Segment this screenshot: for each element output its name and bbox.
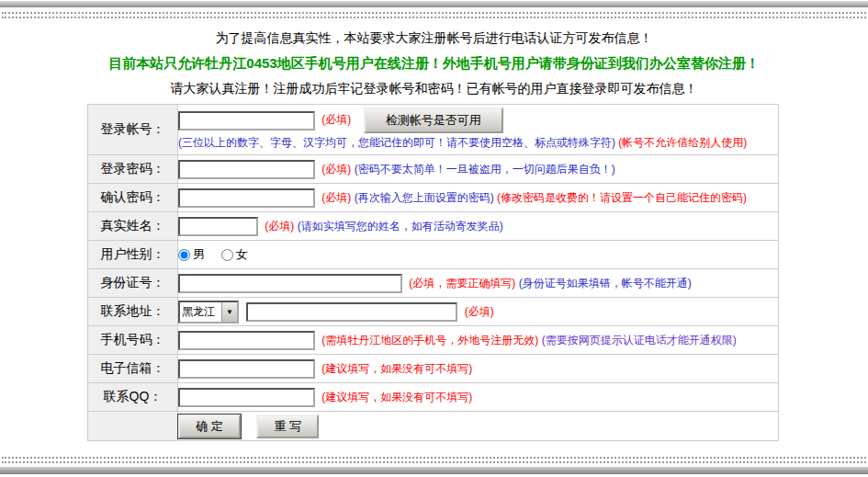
mobile-phone-warning: (需填牡丹江地区的手机号，外地号注册无效) (321, 333, 538, 346)
login-account-warning: (帐号不允许借给别人使用) (618, 136, 747, 149)
bottom-gradient-bar (0, 467, 868, 474)
row-login-account: 登录帐号： (必填) 检测帐号是否可用 (三位以上的数字、字母、汉字均可，您能记… (88, 105, 779, 155)
login-password-hint: (密码不要太简单！一旦被盗用，一切问题后果自负！) (355, 162, 615, 175)
qq-input[interactable] (178, 388, 315, 407)
mobile-phone-input[interactable] (178, 331, 315, 350)
gender-male-option: 男 (193, 247, 205, 261)
confirm-password-label: 确认密码： (88, 184, 178, 212)
login-account-input[interactable] (178, 111, 315, 131)
login-account-label: 登录帐号： (88, 105, 178, 155)
email-input[interactable] (178, 359, 315, 379)
login-password-input[interactable] (178, 160, 315, 179)
row-real-name: 真实姓名： (必填) (请如实填写您的姓名，如有活动寄发奖品) (88, 212, 779, 241)
check-account-button[interactable]: 检测帐号是否可用 (364, 108, 503, 133)
real-name-label: 真实姓名： (88, 212, 178, 241)
chevron-down-icon[interactable]: ▼ (221, 302, 237, 322)
top-dotted-divider (2, 17, 866, 18)
bottom-dotted-divider (2, 461, 866, 463)
row-contact-address: 联系地址： 黑龙江 ▼ (必填) (88, 298, 779, 326)
row-login-password: 登录密码： (必填) (密码不要太简单！一旦被盗用，一切问题后果自负！) (88, 155, 779, 184)
real-name-hint: (请如实填写您的姓名，如有活动寄发奖品) (298, 219, 503, 232)
qq-label: 联系QQ： (88, 383, 178, 412)
gender-female-radio[interactable] (221, 249, 233, 261)
required-tag: (必填) (321, 162, 351, 175)
contact-address-label: 联系地址： (88, 298, 178, 326)
confirm-password-warning: (修改密码是收费的！请设置一个自己能记住的密码) (497, 190, 747, 203)
gender-label: 用户性别： (88, 241, 178, 269)
required-tag: (必填) (465, 304, 494, 317)
login-account-hint: (三位以上的数字、字母、汉字均可，您能记住的即可！请不要使用空格、标点或特殊字符… (178, 136, 615, 149)
notice-remember-account: 请大家认真注册！注册成功后牢记登录帐号和密码！已有帐号的用户直接登录即可发布信息… (0, 81, 868, 97)
required-tag: (必填) (321, 113, 351, 126)
row-mobile-phone: 手机号码： (需填牡丹江地区的手机号，外地号注册无效) (需要按网页提示认证电话… (88, 326, 779, 355)
mobile-phone-label: 手机号码： (88, 326, 178, 355)
province-select-value: 黑龙江 (180, 304, 221, 320)
required-tag: (必填) (321, 190, 351, 203)
email-label: 电子信箱： (88, 355, 178, 383)
row-gender: 用户性别： 男 女 (88, 241, 779, 269)
gender-female-option: 女 (236, 247, 248, 261)
notice-region-restriction: 目前本站只允许牡丹江0453地区手机号用户在线注册！外地手机号用户请带身份证到我… (0, 55, 868, 73)
row-qq: 联系QQ： (建议填写，如果没有可不填写) (88, 383, 779, 412)
registration-form-table: 登录帐号： (必填) 检测帐号是否可用 (三位以上的数字、字母、汉字均可，您能记… (87, 104, 779, 441)
id-number-hint: (身份证号如果填错，帐号不能开通) (519, 276, 692, 289)
required-tag: (必填，需要正确填写) (409, 276, 515, 289)
top-gradient-bar (0, 1, 868, 7)
submit-button[interactable]: 确 定 (178, 415, 241, 438)
gender-male-radio[interactable] (178, 249, 190, 261)
province-select[interactable]: 黑龙江 ▼ (178, 301, 239, 324)
row-actions: 确 定 重 写 (88, 412, 779, 441)
qq-hint: (建议填写，如果没有可不填写) (321, 390, 472, 403)
notice-phone-verification: 为了提高信息真实性，本站要求大家注册帐号后进行电话认证方可发布信息！ (0, 30, 868, 47)
confirm-password-hint: (再次输入您上面设置的密码) (355, 190, 494, 203)
top-dotted-divider (2, 12, 866, 14)
registration-page: 为了提高信息真实性，本站要求大家注册帐号后进行电话认证方可发布信息！ 目前本站只… (0, 0, 868, 477)
mobile-phone-hint: (需要按网页提示认证电话才能开通权限) (542, 333, 737, 346)
contact-address-input[interactable] (246, 302, 457, 322)
reset-button[interactable]: 重 写 (256, 415, 319, 438)
required-tag: (必填) (265, 219, 294, 232)
id-number-label: 身份证号： (88, 269, 178, 298)
email-hint: (建议填写，如果没有可不填写) (321, 361, 472, 374)
id-number-input[interactable] (178, 274, 402, 293)
real-name-input[interactable] (178, 217, 258, 236)
row-id-number: 身份证号： (必填，需要正确填写) (身份证号如果填错，帐号不能开通) (88, 269, 779, 298)
row-email: 电子信箱： (建议填写，如果没有可不填写) (88, 355, 779, 383)
row-confirm-password: 确认密码： (必填) (再次输入您上面设置的密码) (修改密码是收费的！请设置一… (88, 184, 779, 212)
confirm-password-input[interactable] (178, 188, 315, 208)
actions-label-cell (88, 412, 178, 441)
login-password-label: 登录密码： (88, 155, 178, 184)
bottom-dotted-divider (2, 457, 866, 459)
